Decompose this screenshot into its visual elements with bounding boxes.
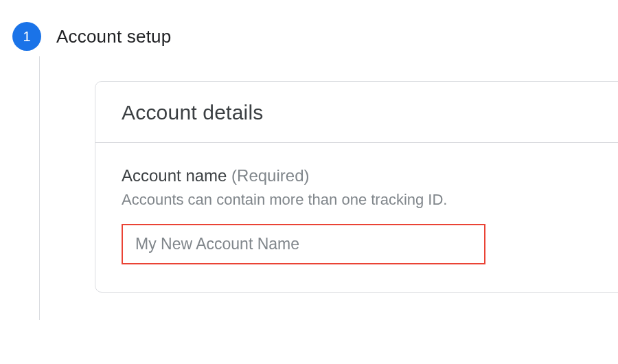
account-details-card: Account details Account name (Required) …	[95, 81, 618, 293]
account-name-helper: Accounts can contain more than one track…	[122, 191, 604, 209]
account-name-required: (Required)	[231, 166, 309, 185]
card-header-title: Account details	[122, 101, 604, 124]
account-name-input-wrap	[122, 224, 485, 264]
card-body: Account name (Required) Accounts can con…	[95, 143, 618, 292]
step-title: Account setup	[56, 26, 171, 47]
account-name-label-row: Account name (Required)	[122, 166, 604, 185]
card-header: Account details	[95, 82, 618, 143]
step-number: 1	[23, 29, 30, 45]
step-header: 1 Account setup	[12, 22, 618, 51]
account-name-label: Account name	[122, 166, 227, 185]
account-name-input[interactable]	[123, 225, 484, 263]
step-body: Account details Account name (Required) …	[39, 56, 618, 320]
step-number-badge: 1	[12, 22, 41, 51]
account-setup-stepper: 1 Account setup Account details Account …	[0, 0, 618, 320]
